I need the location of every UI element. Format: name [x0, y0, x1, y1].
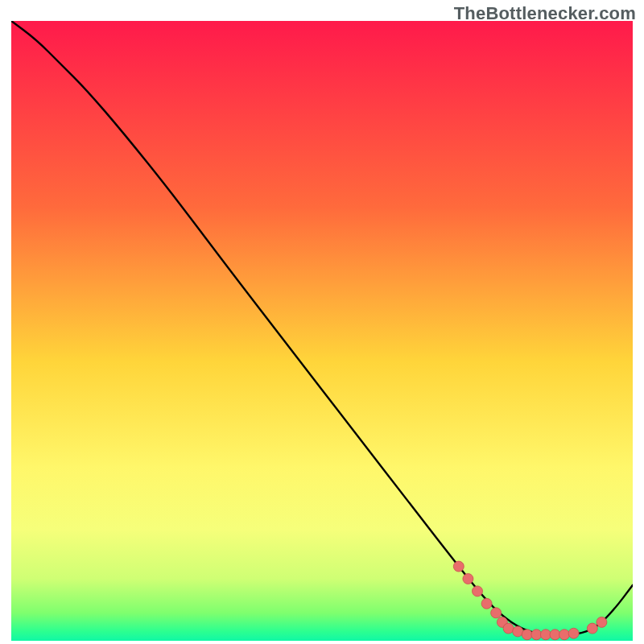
data-marker	[559, 630, 570, 640]
data-marker	[568, 628, 579, 638]
bottleneck-chart	[11, 21, 633, 641]
data-marker	[513, 626, 523, 637]
data-marker	[522, 630, 532, 640]
watermark-text: TheBottlenecker.com	[454, 3, 636, 24]
gradient-background	[11, 21, 633, 641]
data-marker	[453, 561, 464, 572]
data-marker	[463, 574, 473, 584]
data-marker	[491, 608, 502, 618]
data-marker	[531, 630, 542, 640]
data-marker	[550, 630, 560, 640]
data-marker	[481, 598, 492, 609]
plot-area	[11, 21, 633, 641]
data-marker	[587, 623, 597, 634]
data-marker	[473, 586, 483, 597]
chart-stage: TheBottlenecker.com	[0, 0, 644, 644]
data-marker	[597, 617, 607, 627]
data-marker	[503, 623, 514, 634]
data-marker	[540, 630, 551, 640]
